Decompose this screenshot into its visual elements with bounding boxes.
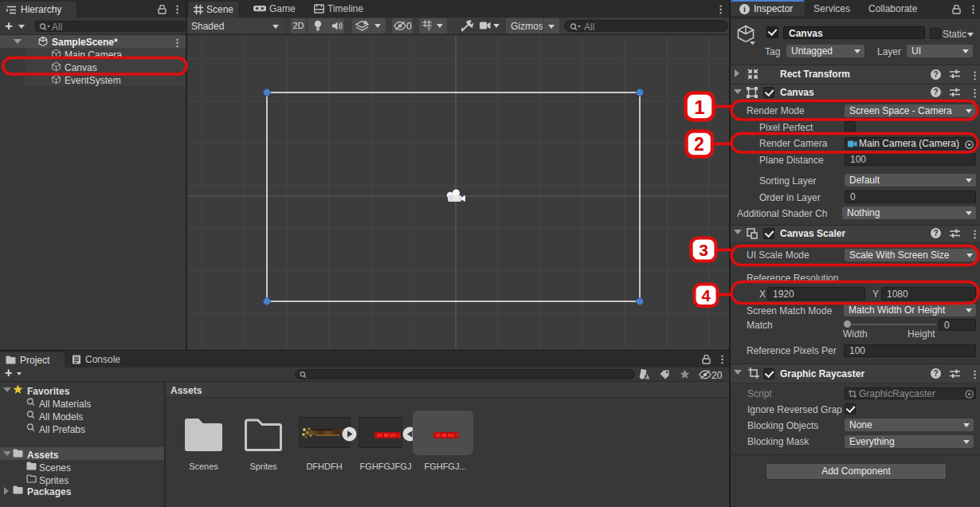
svg-text:Y: Y: [427, 26, 431, 32]
